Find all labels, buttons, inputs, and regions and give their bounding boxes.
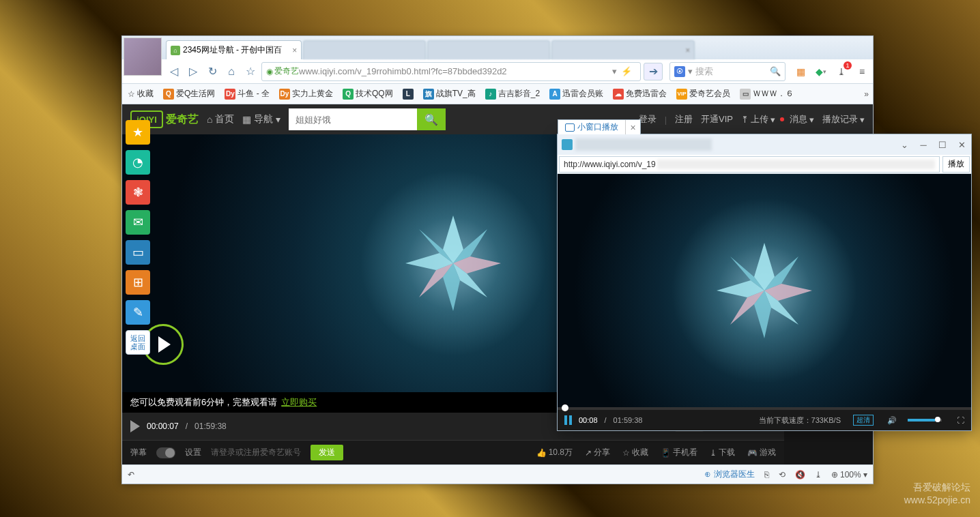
sidebar-calc[interactable]: ⊞ [126,270,150,295]
hamburger-icon[interactable]: ≡ [855,65,869,78]
messages-link[interactable]: 消息 ▾ [790,113,814,125]
bookmark-5[interactable]: 旗战旗TV_高 [423,88,476,100]
status-icon-2[interactable]: ⟲ [779,470,786,479]
mini-fullscreen-icon[interactable]: ⛶ [957,416,964,424]
buy-link[interactable]: 立即购买 [281,396,317,409]
video-frame [385,195,521,331]
site-search-button[interactable]: 🔍 [417,108,446,130]
game-button[interactable]: 🎮 游戏 [747,447,776,458]
fav-button[interactable]: ☆ 收藏 [622,447,648,458]
tab-active[interactable]: ⌂ 2345网址导航 - 开创中国百 × [166,40,302,59]
sidebar-star[interactable]: ★ [126,120,150,145]
tab-close-icon[interactable]: × [292,46,297,55]
bookmark-1[interactable]: Dy斗鱼 - 全 [225,88,270,100]
mini-video-frame [696,222,833,359]
tab-close-icon[interactable]: × [685,46,690,55]
nav-home[interactable]: ⌂ 首页 [207,113,234,125]
bolt-icon[interactable]: ⚡ [621,66,632,76]
mini-title[interactable]: 小窗口播放 [558,120,625,134]
mini-volume-icon[interactable]: 🔊 [887,416,897,425]
tab-2[interactable] [303,40,426,59]
mini-url-rest [657,160,935,169]
search-icon[interactable]: 🔍 [770,66,781,76]
sidebar-pc[interactable]: ▭ [126,240,150,265]
status-icon-1[interactable]: ⎘ [764,470,769,479]
sidebar-weibo[interactable]: ❃ [126,180,150,205]
mini-volume-slider[interactable] [908,419,942,422]
home-icon[interactable]: ⌂ [223,63,240,80]
bookmark-7[interactable]: A迅雷会员账 [549,88,603,100]
apps-icon[interactable]: ▦ [794,65,807,78]
zoom-label[interactable]: ⊕ 100% ▾ [831,470,867,479]
sidebar-note[interactable]: ✎ [126,300,150,325]
mini-maximize-icon[interactable]: ☐ [937,140,948,150]
url-input[interactable]: ◉ 爱奇艺 www.iqiyi.com/v_19rrohimb0.html?fc… [261,62,641,81]
search-placeholder: 搜索 [695,65,713,78]
sidebar-return[interactable]: 返回桌面 [126,330,150,355]
download-button[interactable]: ⤓ 下载 [710,447,735,458]
bookmark-3[interactable]: Q技术QQ网 [343,88,393,100]
mini-minimize-icon[interactable]: ─ [918,140,929,150]
login-link[interactable]: 登录 [639,113,657,125]
bookmarks-more-icon[interactable]: » [864,89,869,99]
download-icon[interactable]: ⤓1 [835,65,848,78]
danmu-toggle[interactable] [156,447,175,458]
ext-icon[interactable]: ◆▾ [814,65,828,78]
search-engine-icon[interactable]: ⦿ [674,66,685,77]
tab-4[interactable]: × [551,40,695,59]
star-icon[interactable]: ☆ [242,63,259,80]
mini-title-close-icon[interactable]: × [625,120,640,134]
avatar[interactable] [124,38,162,76]
bookmark-4[interactable]: L [403,89,414,100]
vip-link[interactable]: 开通VIP [701,113,733,125]
volume-knob[interactable] [935,417,940,422]
bookmark-9[interactable]: VIP爱奇艺会员 [676,88,730,100]
like-button[interactable]: 👍 10.8万 [536,447,573,458]
danmu-bar: 弹幕 设置 请登录或注册爱奇艺账号 发送 👍 10.8万 ↗ 分享 ☆ 收藏 📱… [122,440,784,464]
site-search-input[interactable] [289,108,417,130]
download-status-icon[interactable]: ⤓ [815,470,822,479]
tv-icon [565,123,575,132]
settings-link[interactable]: 设置 [185,447,201,458]
upload-link[interactable]: ⤒上传 ▾ [741,113,781,125]
reload-icon[interactable]: ↻ [204,63,220,80]
bookmarks-button[interactable]: ☆ 收藏 [128,88,154,100]
forward-icon[interactable]: ▷ [185,63,201,80]
toolbar-icons: ▦ ◆▾ ⤓1 ≡ [794,65,869,78]
mute-icon[interactable]: 🔇 [795,470,805,479]
mini-quality-button[interactable]: 超清 [853,415,874,426]
sidebar-clock[interactable]: ◔ [126,150,150,175]
play-icon[interactable] [130,420,140,432]
mini-url-input[interactable]: http://www.iqiyi.com/v_19 [559,156,940,173]
mini-menu-icon[interactable]: ⌄ [899,140,910,150]
search-dropdown-icon[interactable]: ▾ [688,66,693,76]
share-button[interactable]: ↗ 分享 [585,447,610,458]
progress-knob[interactable] [562,404,568,411]
bookmark-10[interactable]: ▭ＷＷＷ．６ [740,88,794,100]
bookmark-2[interactable]: Dy实力上黄金 [279,88,333,100]
pause-icon[interactable] [564,415,572,425]
bookmark-8[interactable]: ☁免费迅雷会 [613,88,667,100]
bookmark-6[interactable]: ♪吉吉影音_2 [485,88,540,100]
back-icon[interactable]: ◁ [166,63,182,80]
danmu-label: 弹幕 [130,447,147,458]
go-button[interactable]: ➔ [644,63,663,80]
speed-label: 当前下载速度：733KB/S [759,415,841,426]
mobile-button[interactable]: 📱 手机看 [661,447,697,458]
send-button[interactable]: 发送 [311,445,343,460]
doctor-button[interactable]: ⊕ 浏览器医生 [704,469,754,480]
mini-close-icon[interactable]: ✕ [956,140,967,150]
history-link[interactable]: 播放记录 ▾ [822,113,865,125]
back-status-icon[interactable]: ↶ [128,470,134,479]
mini-progress[interactable] [558,407,971,410]
mini-play-button[interactable]: 播放 [942,156,970,173]
search-input[interactable]: ⦿ ▾ 搜索 🔍 [669,62,786,81]
register-link[interactable]: 注册 [675,113,693,125]
mini-video-stage[interactable] [558,174,971,407]
tab-3[interactable] [427,40,550,59]
status-right: ⊕ 浏览器医生 ⎘ ⟲ 🔇 ⤓ ⊕ 100% ▾ [704,469,867,480]
bookmark-0[interactable]: Q爱Q生活网 [163,88,215,100]
sidebar-wechat[interactable]: ✉ [126,210,150,235]
dropdown-icon[interactable]: ▾ [612,66,617,76]
nav-menu[interactable]: ▦ 导航 ▾ [242,113,280,125]
